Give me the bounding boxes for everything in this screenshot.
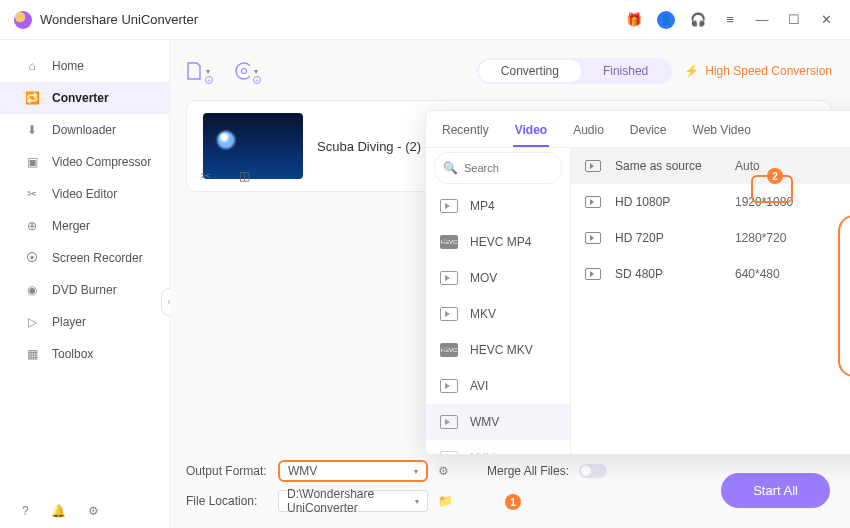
resolution-icon	[585, 160, 601, 172]
sidebar-item-label: Player	[52, 315, 86, 329]
start-all-button[interactable]: Start All	[721, 473, 830, 508]
sidebar-item-editor[interactable]: ✂Video Editor	[0, 178, 169, 210]
format-search[interactable]: 🔍	[434, 152, 562, 184]
compress-icon: ▣	[24, 154, 40, 170]
app-title: Wondershare UniConverter	[40, 12, 198, 27]
format-hevc-mp4[interactable]: HEVCHEVC MP4	[426, 224, 570, 260]
file-title: Scuba Diving - (2)	[317, 139, 421, 154]
tab-finished[interactable]: Finished	[581, 60, 670, 82]
minimize-icon[interactable]: —	[752, 10, 772, 30]
resolution-480p[interactable]: SD 480P640*480✎	[571, 256, 850, 292]
cut-icon[interactable]: ✂	[201, 169, 211, 183]
merge-icon: ⊕	[24, 218, 40, 234]
play-icon: ▷	[24, 314, 40, 330]
resolution-icon	[585, 232, 601, 244]
main-panel: +▾ +▾ Converting Finished ⚡High Speed Co…	[170, 40, 850, 528]
close-icon[interactable]: ✕	[816, 10, 836, 30]
output-format-select[interactable]: WMV▾	[278, 460, 428, 482]
tab-video[interactable]: Video	[513, 119, 549, 147]
crop-icon[interactable]: ◫	[239, 169, 250, 183]
svg-point-0	[236, 63, 250, 79]
file-location-label: File Location:	[186, 494, 268, 508]
format-icon	[440, 451, 458, 455]
sidebar-item-downloader[interactable]: ⬇Downloader	[0, 114, 169, 146]
sidebar-item-compressor[interactable]: ▣Video Compressor	[0, 146, 169, 178]
format-icon: HEVC	[440, 343, 458, 357]
add-disc-button[interactable]: +▾	[234, 59, 258, 83]
sidebar-item-label: Video Editor	[52, 187, 117, 201]
home-icon: ⌂	[24, 58, 40, 74]
add-file-button[interactable]: +▾	[186, 59, 210, 83]
merge-label: Merge All Files:	[487, 464, 569, 478]
app-logo-icon	[14, 11, 32, 29]
scissors-icon: ✂	[24, 186, 40, 202]
gift-icon[interactable]: 🎁	[624, 10, 644, 30]
output-settings-icon[interactable]: ⚙	[438, 464, 449, 478]
sidebar-item-label: DVD Burner	[52, 283, 117, 297]
sidebar-item-recorder[interactable]: ⦿Screen Recorder	[0, 242, 169, 274]
bolt-icon: ⚡	[684, 64, 699, 78]
format-mov[interactable]: MOV	[426, 260, 570, 296]
resolution-same-as-source[interactable]: Same as sourceAuto✎	[571, 148, 850, 184]
bell-icon[interactable]: 🔔	[51, 504, 66, 518]
tab-web-video[interactable]: Web Video	[691, 119, 753, 147]
sidebar: ⌂Home 🔁Converter ⬇Downloader ▣Video Comp…	[0, 40, 170, 528]
resolution-icon	[585, 268, 601, 280]
converter-icon: 🔁	[24, 90, 40, 106]
tab-audio[interactable]: Audio	[571, 119, 606, 147]
sidebar-item-player[interactable]: ▷Player	[0, 306, 169, 338]
format-m4v[interactable]: M4V	[426, 440, 570, 455]
sidebar-item-dvd[interactable]: ◉DVD Burner	[0, 274, 169, 306]
svg-point-1	[242, 69, 247, 74]
support-icon[interactable]: 🎧	[688, 10, 708, 30]
resolution-icon	[585, 196, 601, 208]
search-input[interactable]	[464, 162, 553, 174]
format-mp4[interactable]: MP4	[426, 188, 570, 224]
format-mkv[interactable]: MKV	[426, 296, 570, 332]
tab-device[interactable]: Device	[628, 119, 669, 147]
sidebar-item-converter[interactable]: 🔁Converter	[0, 82, 169, 114]
sidebar-item-label: Video Compressor	[52, 155, 151, 169]
format-avi[interactable]: AVI	[426, 368, 570, 404]
record-icon: ⦿	[24, 250, 40, 266]
annotation-1: 1	[505, 494, 521, 510]
file-location-select[interactable]: D:\Wondershare UniConverter▾	[278, 490, 428, 512]
resolution-1080p[interactable]: HD 1080P1920*1080✎	[571, 184, 850, 220]
merge-toggle[interactable]	[579, 464, 607, 478]
download-icon: ⬇	[24, 122, 40, 138]
format-wmv[interactable]: WMV	[426, 404, 570, 440]
settings-icon[interactable]: ⚙	[88, 504, 99, 518]
output-format-label: Output Format:	[186, 464, 268, 478]
format-icon	[440, 415, 458, 429]
menu-icon[interactable]: ≡	[720, 10, 740, 30]
sidebar-item-home[interactable]: ⌂Home	[0, 50, 169, 82]
resolution-720p[interactable]: HD 720P1280*720✎	[571, 220, 850, 256]
tab-recently[interactable]: Recently	[440, 119, 491, 147]
format-icon	[440, 379, 458, 393]
sidebar-item-label: Downloader	[52, 123, 116, 137]
avatar-icon[interactable]: 👤	[656, 10, 676, 30]
search-icon: 🔍	[443, 161, 458, 175]
status-segment: Converting Finished	[477, 58, 672, 84]
open-folder-icon[interactable]: 📁	[438, 494, 453, 508]
help-icon[interactable]: ?	[22, 504, 29, 518]
sidebar-item-label: Converter	[52, 91, 109, 105]
format-icon	[440, 271, 458, 285]
disc-icon: ◉	[24, 282, 40, 298]
sidebar-item-merger[interactable]: ⊕Merger	[0, 210, 169, 242]
sidebar-item-toolbox[interactable]: ▦Toolbox	[0, 338, 169, 370]
format-icon	[440, 199, 458, 213]
sidebar-item-label: Home	[52, 59, 84, 73]
format-icon	[440, 307, 458, 321]
sidebar-item-label: Merger	[52, 219, 90, 233]
format-hevc-mkv[interactable]: HEVCHEVC MKV	[426, 332, 570, 368]
toolbar: +▾ +▾ Converting Finished ⚡High Speed Co…	[186, 52, 832, 90]
chevron-down-icon: ▾	[415, 497, 419, 506]
format-popup: Recently Video Audio Device Web Video 🔍 …	[425, 110, 850, 455]
maximize-icon[interactable]: ☐	[784, 10, 804, 30]
chevron-down-icon: ▾	[414, 467, 418, 476]
sidebar-item-label: Screen Recorder	[52, 251, 143, 265]
high-speed-link[interactable]: ⚡High Speed Conversion	[684, 64, 832, 78]
tab-converting[interactable]: Converting	[479, 60, 581, 82]
format-icon: HEVC	[440, 235, 458, 249]
